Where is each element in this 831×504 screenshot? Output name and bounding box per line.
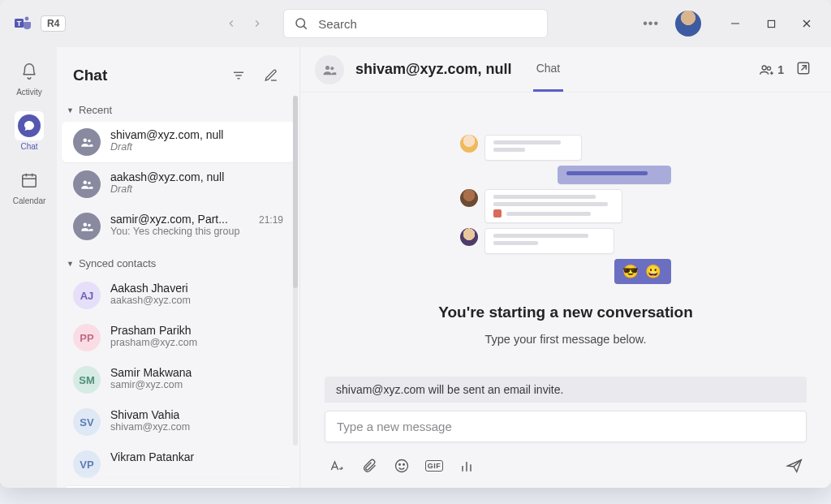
chat-icon xyxy=(23,119,36,132)
contact-avatar: AJ xyxy=(73,282,101,309)
chat-item-preview: You: Yes checking this group xyxy=(110,226,283,237)
new-chat-illustration: 😎 😀 xyxy=(460,135,671,289)
poll-button[interactable] xyxy=(458,457,476,475)
invite-to-teams-button[interactable]: Invite to Teams xyxy=(65,485,291,488)
contact-name: Samir Makwana xyxy=(110,366,192,379)
attach-button[interactable] xyxy=(360,457,378,475)
participants-button[interactable]: 1 xyxy=(759,62,784,78)
person-add-icon xyxy=(118,486,133,488)
send-icon xyxy=(786,457,803,475)
emoji-preview: 😎 😀 xyxy=(614,259,671,284)
contact-name: Shivam Vahia xyxy=(110,408,179,421)
rail-label: Chat xyxy=(20,142,37,151)
scrollbar-thumb[interactable] xyxy=(293,96,298,288)
svg-point-29 xyxy=(768,67,771,70)
popout-icon xyxy=(795,60,812,76)
compose-input[interactable]: Type a new message xyxy=(325,411,807,442)
emoji-button[interactable] xyxy=(393,457,411,475)
forward-button[interactable] xyxy=(246,12,269,35)
svg-rect-6 xyxy=(768,20,774,27)
hero-subtext: Type your first message below. xyxy=(484,333,646,346)
chat-list-item[interactable]: aakash@xyz.com, nullDraft xyxy=(62,164,295,205)
section-label: Recent xyxy=(79,104,112,116)
contact-item[interactable]: AJAakash Jhaveriaakash@xyz.com xyxy=(62,275,295,316)
people-add-icon xyxy=(759,62,775,78)
app-rail: Activity Chat Calendar xyxy=(0,47,57,488)
recent-list: shivam@xyz.com, nullDraftaakash@xyz.com,… xyxy=(57,121,299,248)
chat-item-name: aakash@xyz.com, null xyxy=(110,170,224,183)
contact-email: shivam@xyz.com xyxy=(110,421,283,433)
popout-button[interactable] xyxy=(795,60,812,79)
body: Activity Chat Calendar Chat ▼ Recent xyxy=(0,47,831,488)
chat-item-preview: Draft xyxy=(110,141,283,153)
filter-button[interactable] xyxy=(226,63,251,88)
rail-activity[interactable]: Activity xyxy=(6,52,51,101)
contact-item[interactable]: VPVikram Patankar xyxy=(62,444,295,485)
chat-item-preview: Draft xyxy=(110,183,283,195)
paperclip-icon xyxy=(361,458,377,474)
back-button[interactable] xyxy=(220,12,243,35)
chat-header: shivam@xyz.com, null Chat 1 xyxy=(300,47,831,93)
svg-point-37 xyxy=(399,464,401,466)
contact-item[interactable]: SVShivam Vahiashivam@xyz.com xyxy=(62,402,295,442)
list-title: Chat xyxy=(73,67,107,84)
send-button[interactable] xyxy=(786,457,803,475)
current-user-avatar[interactable] xyxy=(675,11,701,37)
list-header: Chat xyxy=(57,47,299,99)
contacts-list: AJAakash Jhaveriaakash@xyz.comPPPrasham … xyxy=(57,274,299,485)
compose-toolbar: GIF xyxy=(325,450,807,480)
rail-calendar[interactable]: Calendar xyxy=(6,161,51,210)
svg-point-20 xyxy=(84,223,88,227)
gif-button[interactable]: GIF xyxy=(425,457,443,475)
svg-point-27 xyxy=(330,67,334,70)
contact-item[interactable]: SMSamir Makwanasamir@xyz.com xyxy=(62,360,295,400)
contact-name: Prasham Parikh xyxy=(110,324,192,337)
chevron-down-icon: ▼ xyxy=(67,106,74,114)
scrollbar[interactable] xyxy=(293,96,298,446)
new-chat-button[interactable] xyxy=(259,63,283,88)
contact-avatar: PP xyxy=(73,324,101,351)
more-button[interactable]: ••• xyxy=(643,16,659,31)
people-icon xyxy=(73,128,101,156)
search-box[interactable]: Search xyxy=(283,9,548,38)
format-button[interactable] xyxy=(328,457,346,475)
svg-point-28 xyxy=(762,66,766,70)
compose-icon xyxy=(264,68,278,83)
section-recent[interactable]: ▼ Recent xyxy=(57,99,299,121)
svg-point-3 xyxy=(296,19,305,28)
chat-list-item[interactable]: shivam@xyz.com, nullDraft xyxy=(62,122,295,162)
svg-point-19 xyxy=(88,182,91,185)
section-synced[interactable]: ▼ Synced contacts xyxy=(57,252,299,274)
profile-tag[interactable]: R4 xyxy=(41,15,66,32)
contact-email: prasham@xyz.com xyxy=(110,337,283,348)
chat-title: shivam@xyz.com, null xyxy=(355,61,512,78)
close-button[interactable] xyxy=(789,12,825,35)
invite-notice: shivam@xyz.com will be sent an email inv… xyxy=(325,377,807,403)
chat-avatar xyxy=(315,55,344,84)
tab-chat[interactable]: Chat xyxy=(533,47,564,92)
rail-chat[interactable]: Chat xyxy=(6,106,51,156)
gif-icon: GIF xyxy=(425,460,444,472)
hero-heading: You're starting a new conversation xyxy=(438,304,693,321)
svg-point-2 xyxy=(25,17,29,21)
svg-point-38 xyxy=(403,464,405,466)
contact-avatar: VP xyxy=(73,450,101,478)
participant-count: 1 xyxy=(777,63,784,76)
contact-avatar: SM xyxy=(73,366,101,394)
svg-point-17 xyxy=(88,140,91,143)
contact-avatar: SV xyxy=(73,408,101,436)
maximize-button[interactable] xyxy=(753,12,789,35)
chevron-down-icon: ▼ xyxy=(67,260,74,268)
contact-item[interactable]: PPPrasham Parikhprasham@xyz.com xyxy=(62,317,295,358)
chat-item-name: samir@xyz.com, Part... xyxy=(110,213,228,226)
svg-point-26 xyxy=(325,66,329,70)
people-icon xyxy=(73,170,101,198)
chat-header-actions: 1 xyxy=(759,60,812,79)
bell-icon xyxy=(20,62,38,80)
app-window: T R4 Search ••• Activity xyxy=(0,0,831,488)
history-nav xyxy=(220,12,269,35)
format-icon xyxy=(329,458,345,474)
chat-list-item[interactable]: samir@xyz.com, Part...21:19You: Yes chec… xyxy=(62,206,295,247)
minimize-button[interactable] xyxy=(717,12,753,35)
svg-line-34 xyxy=(802,66,807,71)
